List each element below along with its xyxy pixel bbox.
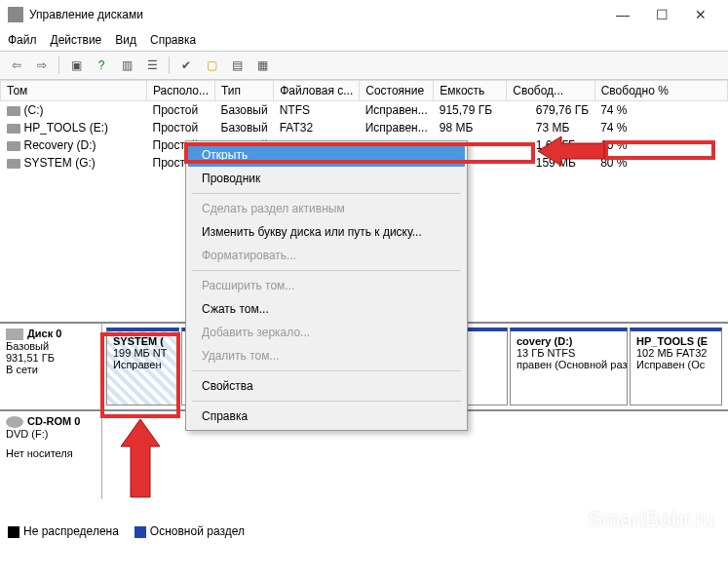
cdrom-label[interactable]: CD-ROM 0 DVD (F:) Нет носителя	[0, 411, 102, 499]
table-row[interactable]: (C:)ПростойБазовыйNTFSИсправен...915,79 …	[1, 101, 728, 120]
close-button[interactable]: ✕	[681, 0, 720, 29]
drive-icon	[7, 124, 20, 134]
annotation-arrow-up	[119, 419, 162, 499]
titlebar: Управление дисками — ☐ ✕	[0, 0, 728, 29]
watermark: SmartBobr.ru	[588, 507, 714, 532]
ctx-active: Сделать раздел активным	[188, 197, 465, 220]
svg-marker-0	[538, 136, 604, 166]
ctx-format: Форматировать...	[188, 244, 465, 267]
menubar: Файл Действие Вид Справка	[0, 29, 728, 51]
toolbar-button[interactable]: ▣	[65, 55, 87, 76]
ctx-help[interactable]: Справка	[188, 405, 465, 428]
col-status[interactable]: Состояние	[360, 81, 434, 101]
toolbar-button[interactable]: ☰	[141, 55, 163, 76]
legend-swatch-primary	[134, 526, 146, 538]
toolbar-button[interactable]: ▦	[251, 55, 273, 76]
ctx-separator	[192, 401, 461, 402]
annotation-arrow-left	[538, 135, 606, 168]
maximize-button[interactable]: ☐	[642, 0, 681, 29]
col-type[interactable]: Тип	[215, 81, 274, 101]
col-pct[interactable]: Свободно %	[594, 81, 727, 101]
col-volume[interactable]: Том	[1, 81, 147, 101]
toolbar-button[interactable]: ▥	[116, 55, 137, 76]
cdrom-icon	[6, 416, 23, 428]
drive-icon	[7, 159, 20, 169]
toolbar-button[interactable]: ✔	[175, 55, 197, 76]
menu-action[interactable]: Действие	[51, 33, 102, 47]
ctx-extend: Расширить том...	[188, 274, 465, 297]
window-title: Управление дисками	[29, 8, 603, 21]
menu-help[interactable]: Справка	[150, 33, 196, 47]
ctx-separator	[192, 370, 461, 371]
forward-button[interactable]: ⇨	[31, 55, 53, 76]
menu-view[interactable]: Вид	[115, 33, 136, 47]
drive-icon	[7, 141, 20, 151]
table-row[interactable]: HP_TOOLS (E:)ПростойБазовыйFAT32Исправен…	[1, 119, 728, 136]
refresh-button[interactable]: ?	[91, 55, 112, 76]
toolbar-button[interactable]: ▢	[201, 55, 222, 76]
partition-recovery[interactable]: covery (D:) 13 ГБ NTFS правен (Основной …	[510, 328, 628, 405]
toolbar-button[interactable]: ▤	[226, 55, 248, 76]
menu-file[interactable]: Файл	[8, 33, 37, 47]
svg-marker-1	[121, 419, 160, 497]
ctx-separator	[192, 193, 461, 194]
context-menu: Открыть Проводник Сделать раздел активны…	[185, 140, 468, 431]
col-layout[interactable]: Располо...	[147, 81, 215, 101]
ctx-separator	[192, 270, 461, 271]
col-fs[interactable]: Файловая с...	[274, 81, 360, 101]
ctx-open[interactable]: Открыть	[188, 143, 465, 167]
ctx-change-letter[interactable]: Изменить букву диска или путь к диску...	[188, 220, 465, 244]
ctx-shrink[interactable]: Сжать том...	[188, 297, 465, 321]
partition-hptools[interactable]: HP_TOOLS (E 102 МБ FAT32 Исправен (Ос	[630, 328, 722, 405]
minimize-button[interactable]: —	[603, 0, 642, 29]
ctx-explorer[interactable]: Проводник	[188, 167, 465, 190]
disk-label[interactable]: Диск 0 Базовый 931,51 ГБ В сети	[0, 324, 102, 409]
legend-swatch-unalloc	[8, 526, 19, 538]
drive-icon	[7, 106, 20, 116]
toolbar-separator	[169, 57, 170, 74]
col-free[interactable]: Свобод...	[507, 81, 594, 101]
ctx-properties[interactable]: Свойства	[188, 374, 465, 398]
disk-icon	[6, 328, 23, 340]
toolbar: ⇦ ⇨ ▣ ? ▥ ☰ ✔ ▢ ▤ ▦	[0, 51, 728, 80]
toolbar-separator	[58, 57, 59, 74]
app-icon	[8, 7, 23, 22]
partition-system[interactable]: SYSTEM ( 199 МБ NT Исправен	[106, 328, 179, 405]
ctx-delete: Удалить том...	[188, 344, 465, 367]
ctx-mirror: Добавить зеркало...	[188, 321, 465, 344]
col-capacity[interactable]: Емкость	[434, 81, 507, 101]
back-button[interactable]: ⇦	[6, 55, 27, 76]
